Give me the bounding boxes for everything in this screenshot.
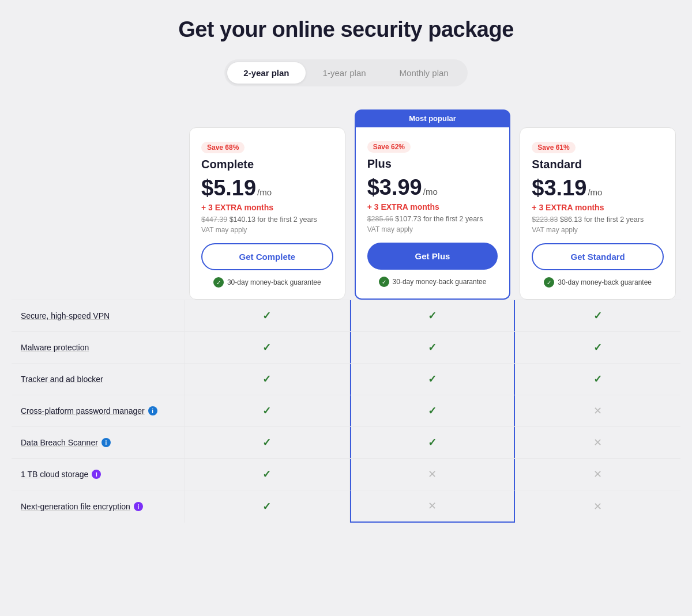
breach-info-icon[interactable]: i xyxy=(101,438,111,447)
standard-original-price: $223.83 xyxy=(532,216,558,224)
plus-price-main: $3.99 xyxy=(367,175,422,200)
toggle-monthly[interactable]: Monthly plan xyxy=(383,62,465,84)
cross-icon: ✕ xyxy=(593,500,602,513)
check-icon: ✓ xyxy=(428,309,437,322)
standard-price: $3.19 /mo xyxy=(532,176,664,201)
complete-original-price: $447.39 xyxy=(201,216,227,224)
encryption-info-icon[interactable]: i xyxy=(134,502,143,511)
feature-password-complete: ✓ xyxy=(185,395,350,426)
page-title: Get your online security package xyxy=(12,17,680,42)
check-icon: ✓ xyxy=(428,341,437,354)
plus-discounted-price: $107.73 xyxy=(395,215,421,223)
plan-toggle-inner: 2-year plan 1-year plan Monthly plan xyxy=(224,59,467,86)
toggle-2year[interactable]: 2-year plan xyxy=(227,62,305,84)
toggle-1year[interactable]: 1-year plan xyxy=(307,62,382,84)
feature-row-storage: 1 TB cloud storage i ✓ ✕ ✕ xyxy=(12,458,680,490)
plus-price: $3.99 /mo xyxy=(367,175,498,200)
feature-storage-plus: ✕ xyxy=(350,459,516,490)
plus-price-period: /mo xyxy=(423,187,438,196)
check-icon: ✓ xyxy=(262,309,271,322)
password-info-icon[interactable]: i xyxy=(148,406,157,415)
check-icon: ✓ xyxy=(262,341,271,354)
complete-money-back-text: 30-day money-back guarantee xyxy=(227,278,321,286)
plans-header: Save 68% Complete $5.19 /mo + 3 EXTRA mo… xyxy=(12,109,680,300)
plus-shield-icon: ✓ xyxy=(379,277,389,287)
feature-tracker-label: Tracker and ad blocker xyxy=(12,364,185,395)
feature-tracker-link[interactable]: Tracker and ad blocker xyxy=(21,375,103,384)
standard-price-details: $223.83 $86.13 for the first 2 years xyxy=(532,216,664,224)
feature-password-plus: ✓ xyxy=(350,395,516,426)
standard-money-back: ✓ 30-day money-back guarantee xyxy=(532,277,664,288)
feature-tracker-plus: ✓ xyxy=(350,364,516,395)
complete-discounted-price: $140.13 xyxy=(230,216,255,224)
feature-password-label: Cross-platform password manager i xyxy=(12,395,185,426)
feature-encryption-plus: ✕ xyxy=(350,490,516,523)
feature-breach-label: Data Breach Scanner i xyxy=(12,427,185,458)
check-icon: ✓ xyxy=(428,436,437,449)
feature-breach-plus: ✓ xyxy=(350,427,516,458)
feature-encryption-link[interactable]: Next-generation file encryption xyxy=(21,502,130,511)
standard-vat: VAT may apply xyxy=(532,226,664,234)
complete-price-period: /mo xyxy=(257,187,272,197)
feature-storage-label: 1 TB cloud storage i xyxy=(12,459,185,490)
standard-extra-months: + 3 EXTRA months xyxy=(532,203,664,212)
check-icon: ✓ xyxy=(262,436,271,449)
feature-breach-complete: ✓ xyxy=(185,427,350,458)
feature-breach-standard: ✕ xyxy=(515,427,680,458)
standard-billing-note: for the first 2 years xyxy=(584,216,644,224)
feature-tracker-complete: ✓ xyxy=(185,364,350,395)
complete-save-badge: Save 68% xyxy=(201,142,245,153)
feature-storage-link[interactable]: 1 TB cloud storage xyxy=(21,470,88,479)
feature-encryption-standard: ✕ xyxy=(515,490,680,523)
feature-encryption-complete: ✓ xyxy=(185,490,350,523)
plus-save-badge: Save 62% xyxy=(367,141,411,153)
complete-cta-button[interactable]: Get Complete xyxy=(201,243,333,270)
feature-malware-link[interactable]: Malware protection xyxy=(21,343,89,352)
feature-row-password: Cross-platform password manager i ✓ ✓ ✕ xyxy=(12,395,680,426)
feature-vpn-link[interactable]: Secure, high-speed VPN xyxy=(21,311,110,320)
plus-extra-months: + 3 EXTRA months xyxy=(367,202,498,211)
cross-icon: ✕ xyxy=(428,468,437,481)
plan-plus-wrapper: Most popular Save 62% Plus $3.99 /mo + 3… xyxy=(350,109,516,300)
feature-vpn-plus: ✓ xyxy=(350,300,516,331)
complete-billing-note: for the first 2 years xyxy=(257,216,317,224)
feature-password-link[interactable]: Cross-platform password manager xyxy=(21,406,145,415)
feature-row-vpn: Secure, high-speed VPN ✓ ✓ ✓ xyxy=(12,300,680,331)
standard-cta-button[interactable]: Get Standard xyxy=(532,243,664,270)
complete-plan-name: Complete xyxy=(201,158,333,171)
feature-row-malware: Malware protection ✓ ✓ ✓ xyxy=(12,331,680,363)
check-icon: ✓ xyxy=(593,341,602,354)
feature-rows: Secure, high-speed VPN ✓ ✓ ✓ Malware pro… xyxy=(12,300,680,523)
pricing-table: Save 68% Complete $5.19 /mo + 3 EXTRA mo… xyxy=(12,109,680,523)
check-icon: ✓ xyxy=(593,373,602,386)
feature-breach-link[interactable]: Data Breach Scanner xyxy=(21,438,98,447)
plus-vat: VAT may apply xyxy=(367,225,498,233)
most-popular-badge: Most popular xyxy=(355,109,511,127)
feature-tracker-standard: ✓ xyxy=(515,364,680,395)
plus-billing-note: for the first 2 years xyxy=(423,215,483,223)
standard-save-badge: Save 61% xyxy=(532,142,575,153)
complete-extra-months: + 3 EXTRA months xyxy=(201,203,333,212)
feature-row-tracker: Tracker and ad blocker ✓ ✓ ✓ xyxy=(12,363,680,395)
complete-vat: VAT may apply xyxy=(201,226,333,234)
plan-card-complete: Save 68% Complete $5.19 /mo + 3 EXTRA mo… xyxy=(189,127,345,300)
plan-toggle: 2-year plan 1-year plan Monthly plan xyxy=(12,59,680,86)
plus-money-back: ✓ 30-day money-back guarantee xyxy=(367,277,498,287)
plus-money-back-text: 30-day money-back guarantee xyxy=(393,278,487,286)
complete-price-main: $5.19 xyxy=(201,176,256,201)
plus-cta-button[interactable]: Get Plus xyxy=(367,243,498,270)
plus-original-price: $285.66 xyxy=(367,215,393,223)
cross-icon: ✕ xyxy=(593,405,602,417)
check-icon: ✓ xyxy=(428,373,437,386)
feature-row-breach: Data Breach Scanner i ✓ ✓ ✕ xyxy=(12,426,680,458)
feature-password-standard: ✕ xyxy=(515,395,680,426)
storage-info-icon[interactable]: i xyxy=(92,470,101,479)
check-icon: ✓ xyxy=(262,500,271,513)
standard-money-back-text: 30-day money-back guarantee xyxy=(558,278,652,286)
standard-shield-icon: ✓ xyxy=(544,277,554,288)
feature-storage-complete: ✓ xyxy=(185,459,350,490)
feature-malware-complete: ✓ xyxy=(185,332,350,363)
plan-standard-wrapper: Save 61% Standard $3.19 /mo + 3 EXTRA mo… xyxy=(515,127,680,300)
complete-price: $5.19 /mo xyxy=(201,176,333,201)
complete-price-details: $447.39 $140.13 for the first 2 years xyxy=(201,216,333,224)
